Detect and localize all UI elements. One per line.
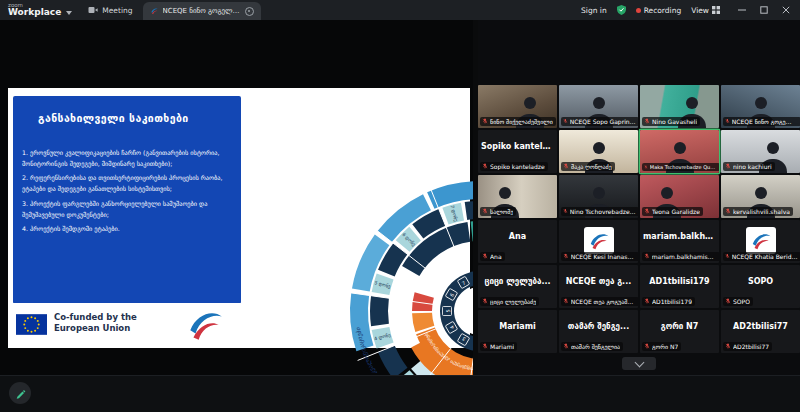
participant-name-label: Mariami bbox=[480, 342, 517, 351]
participant-name-label: Teona Garalidze bbox=[642, 207, 703, 216]
mic-muted-icon bbox=[563, 253, 569, 259]
participant-tile[interactable]: NCEQE Kesi Inanashvili bbox=[559, 220, 638, 263]
mic-muted-icon bbox=[563, 118, 568, 124]
participant-name-label: kervalishvili.shalva bbox=[723, 207, 793, 216]
participant-tile[interactable]: გორი N7გორი N7 bbox=[640, 310, 719, 353]
participant-tile[interactable]: kervalishvili.shalva bbox=[721, 175, 800, 218]
presentation-slide: განსახილველი საკითხები 1. ეროვნული კვალი… bbox=[8, 88, 470, 348]
chevron-down-icon bbox=[634, 357, 644, 367]
participant-name-label: NCEQE Kesi Inanashvili bbox=[561, 252, 638, 261]
close-button[interactable] bbox=[782, 6, 790, 14]
mic-muted-icon bbox=[644, 208, 650, 214]
nceqe-logo bbox=[584, 227, 614, 254]
participant-tile[interactable]: Nino Tschovrebadze NCEQE bbox=[559, 175, 638, 218]
participant-name-center: mariam.balkha... bbox=[640, 232, 719, 241]
participant-tile[interactable]: მაკა ღონღაძე bbox=[559, 130, 638, 173]
sign-in-button[interactable]: Sign in bbox=[581, 6, 607, 15]
mic-muted-icon bbox=[563, 163, 569, 169]
tab-info-icon[interactable] bbox=[245, 7, 254, 16]
grid-view-icon bbox=[712, 6, 720, 14]
recording-dot-icon bbox=[636, 8, 641, 13]
tab-meeting[interactable]: Meeting bbox=[78, 0, 142, 20]
mic-muted-icon bbox=[644, 343, 650, 349]
participant-name-label: Maka Tschovrebadze Qualifications ცენტ..… bbox=[642, 163, 719, 171]
participant-name-label: გორი N7 bbox=[642, 342, 681, 351]
meeting-bottom-bar bbox=[0, 375, 800, 412]
tab-meeting-label: Meeting bbox=[102, 6, 132, 15]
participant-name-label: NCEQE ნინო გოგელაშვილი bbox=[723, 117, 800, 126]
participant-name-center: AD1tbilisi179 bbox=[640, 277, 719, 286]
mic-muted-icon bbox=[482, 163, 488, 169]
participant-name-label: NCEQE თეა გოგუაშვი... bbox=[561, 297, 638, 306]
minimize-button[interactable] bbox=[738, 6, 746, 14]
slide-bullet: 1. ეროვნული კვალიფიკაციების ჩარჩო (განვი… bbox=[22, 148, 230, 169]
participant-tile[interactable]: nino kachiuri bbox=[721, 130, 800, 173]
app-menu[interactable]: zoom Workplace bbox=[0, 0, 78, 20]
slide-text-panel: განსახილველი საკითხები 1. ეროვნული კვალი… bbox=[13, 96, 241, 304]
participant-name-label: Nino Tschovrebadze NCEQE bbox=[561, 207, 638, 216]
participant-name-label: nino kachiuri bbox=[723, 162, 775, 171]
chevron-down-icon bbox=[66, 11, 72, 15]
qualifications-sunburst-chart: 8 დონე1 დონე2 დონე3 დონე4 დონე5 დონე6 დო… bbox=[315, 146, 473, 412]
annotate-button[interactable] bbox=[9, 382, 31, 404]
participant-tile[interactable]: ნინო მიქელაძეშვილი bbox=[478, 85, 557, 128]
participant-tile[interactable]: NCEQE ნინო გოგელაშვილი bbox=[721, 85, 800, 128]
participant-name-label: NCEQE Khatia Beridze Qu... bbox=[723, 252, 800, 261]
participant-tile[interactable]: MariamiMariami bbox=[478, 310, 557, 353]
participant-name-label: მაკა ღონღაძე bbox=[561, 162, 615, 171]
view-button[interactable]: View bbox=[691, 6, 720, 15]
participant-tile[interactable]: თამარ შენგე...თამარ შენგელია bbox=[559, 310, 638, 353]
mic-muted-icon bbox=[725, 253, 730, 259]
security-shield-icon[interactable] bbox=[617, 5, 626, 15]
participant-tile[interactable]: Teona Garalidze bbox=[640, 175, 719, 218]
participant-name-label: Nino Gavasheli bbox=[642, 117, 700, 126]
participant-name-label: სალომე bbox=[480, 207, 516, 216]
slide-title: განსახილველი საკითხები bbox=[38, 112, 189, 124]
participant-tile[interactable]: Maka Tschovrebadze Qualifications ცენტ..… bbox=[640, 130, 719, 173]
svg-text:5: 5 bbox=[445, 309, 451, 312]
participant-tile[interactable]: Sopiko kanteladzeSopiko kanteladze bbox=[478, 130, 557, 173]
mic-muted-icon bbox=[482, 343, 488, 349]
mic-muted-icon bbox=[482, 208, 488, 214]
participant-name-center: SOPO bbox=[721, 277, 800, 286]
mic-muted-icon bbox=[563, 298, 569, 304]
participant-name-center: გორი N7 bbox=[640, 322, 719, 331]
participant-tile[interactable]: NCEQE თეა გ...NCEQE თეა გოგუაშვი... bbox=[559, 265, 638, 308]
titlebar: zoom Workplace Meeting NCEQE ნინო გოგელა… bbox=[0, 0, 800, 20]
participant-tile[interactable]: NCEQE Khatia Beridze Qu... bbox=[721, 220, 800, 263]
slide-bullet: 3. პროექტის ფარგლებში განხორციელებული სა… bbox=[22, 199, 230, 220]
view-label: View bbox=[691, 6, 709, 15]
participant-name-center: Mariami bbox=[478, 322, 557, 331]
participant-tile[interactable]: SOPOSOPO bbox=[721, 265, 800, 308]
slide-bullet: 4. პროექტის შემდგომი ეტაპები. bbox=[22, 224, 230, 235]
participant-tile[interactable]: AD1tbilisi179AD1tbilisi179 bbox=[640, 265, 719, 308]
participant-tile[interactable]: Nino Gavasheli bbox=[640, 85, 719, 128]
mic-muted-icon bbox=[644, 253, 650, 259]
slide-bullet: 2. რეფერენსირებისა და თვითსერტიფიცირების… bbox=[22, 173, 230, 194]
participant-name-center: Ana bbox=[478, 232, 557, 241]
app-name: Workplace bbox=[8, 8, 61, 17]
pencil-icon bbox=[15, 388, 26, 399]
mic-muted-icon bbox=[644, 164, 648, 170]
more-participants-button[interactable] bbox=[622, 357, 656, 370]
participant-name-label: SOPO bbox=[723, 297, 753, 306]
maximize-button[interactable] bbox=[760, 6, 768, 14]
participant-tile[interactable]: სალომე bbox=[478, 175, 557, 218]
participant-tile[interactable]: NCEQE Sopo Gaprindashvili bbox=[559, 85, 638, 128]
participant-tile[interactable]: AD2tbilisi77AD2tbilisi77 bbox=[721, 310, 800, 353]
nceqe-logo bbox=[746, 227, 776, 254]
participant-name-center: ციცი ლელუბა... bbox=[478, 277, 557, 286]
participant-tile[interactable]: ციცი ლელუბა...ციცი ლელუბაძე bbox=[478, 265, 557, 308]
participant-tile[interactable]: AnaAna bbox=[478, 220, 557, 263]
recording-indicator[interactable]: Recording bbox=[636, 6, 682, 15]
tab-screen-share[interactable]: NCEQE ნინო გოგელაშვილი's scre... bbox=[143, 2, 261, 20]
participant-name-center: თამარ შენგე... bbox=[559, 322, 638, 331]
mic-muted-icon bbox=[563, 343, 569, 349]
eu-funding-bar: Co-funded by the European Union bbox=[8, 303, 254, 348]
participant-name-label: Ana bbox=[480, 252, 505, 261]
tab-screen-share-label: NCEQE ნინო გოგელაშვილი's scre... bbox=[163, 7, 241, 15]
participant-name-label: mariam.balkhamishvili bbox=[642, 252, 719, 261]
zoom-meeting-window: zoom Workplace Meeting NCEQE ნინო გოგელა… bbox=[0, 0, 800, 412]
participant-tile[interactable]: mariam.balkha...mariam.balkhamishvili bbox=[640, 220, 719, 263]
mic-muted-icon bbox=[644, 298, 650, 304]
